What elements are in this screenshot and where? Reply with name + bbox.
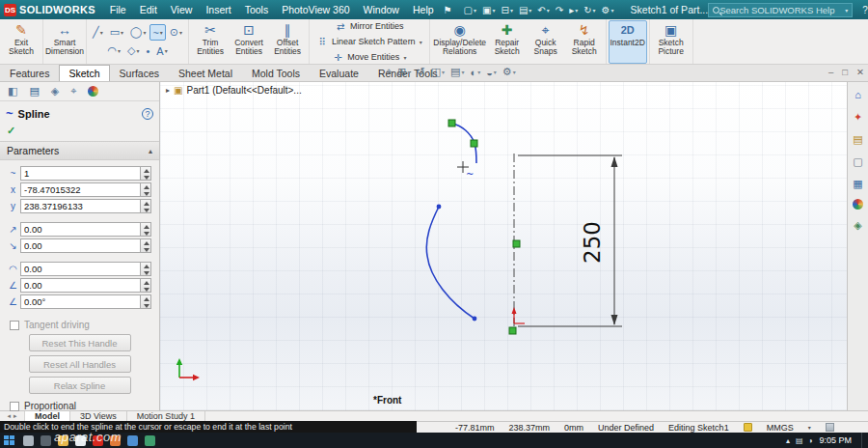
rapid-sketch-button[interactable]: ↯ Rapid Sketch xyxy=(565,20,604,64)
convert-entities-button[interactable]: ⊡ Convert Entities xyxy=(230,20,268,64)
displaymanager-tab-icon[interactable] xyxy=(88,86,98,97)
tab-sheet-metal[interactable]: Sheet Metal xyxy=(169,65,242,81)
menu-window[interactable]: Window xyxy=(357,4,406,15)
tangent-driving-checkbox[interactable] xyxy=(10,321,19,330)
tab-evaluate[interactable]: Evaluate xyxy=(310,65,368,81)
new-document-button[interactable]: ▢▾ xyxy=(461,5,479,15)
custom-properties-icon[interactable]: ◈ xyxy=(851,218,865,232)
show-desktop-button[interactable] xyxy=(861,433,864,448)
taskbar-app-icon[interactable] xyxy=(110,435,121,446)
menu-edit[interactable]: Edit xyxy=(133,4,164,15)
tab-motion-study-1[interactable]: Motion Study 1 xyxy=(127,411,205,421)
tangent-polar-direction-input[interactable] xyxy=(20,278,140,293)
pin-menu-icon[interactable]: ⚑ xyxy=(441,5,455,15)
x-coordinate-input[interactable] xyxy=(20,182,140,197)
design-library-icon[interactable]: ▤ xyxy=(851,132,865,146)
tab-surfaces[interactable]: Surfaces xyxy=(110,65,169,81)
repair-sketch-button[interactable]: ✚ Repair Sketch xyxy=(488,20,527,64)
quick-snaps-button[interactable]: ⌖ Quick Snaps xyxy=(527,20,565,64)
polygon-tool-button[interactable]: ◇▾ xyxy=(124,42,142,59)
menu-insert[interactable]: Insert xyxy=(199,4,237,15)
view-palette-icon[interactable]: ▦ xyxy=(851,177,865,190)
dimxpertmanager-tab-icon[interactable]: ⌖ xyxy=(70,85,76,98)
view-orientation-button[interactable]: ▤▾ xyxy=(450,66,464,78)
circle-tool-button[interactable]: ◯▾ xyxy=(127,24,149,41)
section-view-button[interactable]: ◫▾ xyxy=(431,66,445,78)
point-tool-button[interactable]: • xyxy=(143,42,152,59)
panel-help-icon[interactable]: ? xyxy=(142,108,153,120)
ok-check-icon[interactable]: ✓ xyxy=(7,125,15,136)
relation-marker[interactable] xyxy=(471,140,477,147)
exit-sketch-button[interactable]: ✎ Exit Sketch xyxy=(2,20,41,64)
previous-view-button[interactable]: ↺ xyxy=(416,66,424,78)
configurationmanager-tab-icon[interactable]: ◈ xyxy=(51,85,59,98)
arc-tool-button[interactable]: ◠▾ xyxy=(104,42,123,59)
rectangle-tool-button[interactable]: ▭▾ xyxy=(107,24,126,41)
tangent-weighting-1-input[interactable] xyxy=(20,222,140,237)
taskbar-task-view-icon[interactable] xyxy=(41,435,51,446)
taskbar-app-icon[interactable] xyxy=(145,435,155,446)
tangent-weighting-1-spinner[interactable] xyxy=(140,222,151,237)
instant2d-button[interactable]: 2D Instant2D xyxy=(609,20,647,64)
tab-sketch[interactable]: Sketch xyxy=(59,65,109,81)
tab-mold-tools[interactable]: Mold Tools xyxy=(242,65,310,81)
home-tab-icon[interactable]: ⌂ xyxy=(851,88,865,101)
taskbar-search-icon[interactable] xyxy=(23,435,34,446)
relation-marker[interactable] xyxy=(448,120,455,126)
help-search-input[interactable] xyxy=(719,5,845,15)
tangent-angle-input[interactable] xyxy=(20,294,140,309)
doc-minimize-button[interactable]: – xyxy=(828,67,833,77)
rebuild-button[interactable]: ↻▾ xyxy=(581,5,598,15)
sketch-picture-button[interactable]: ▣ Sketch Picture xyxy=(652,20,691,64)
linear-sketch-pattern-button[interactable]: ⠿ Linear Sketch Pattern ▾ xyxy=(313,35,425,49)
text-tool-button[interactable]: A▾ xyxy=(153,42,170,59)
relation-marker[interactable] xyxy=(513,240,520,247)
tab-3d-views[interactable]: 3D Views xyxy=(70,411,127,421)
propertymanager-tab-icon[interactable]: ▤ xyxy=(29,85,39,98)
trim-entities-button[interactable]: ✂ Trim Entities xyxy=(191,20,230,64)
tangent-radial-direction-spinner[interactable] xyxy=(140,262,151,276)
spline-point-number-input[interactable] xyxy=(20,166,140,181)
caret-down-icon[interactable]: ▾ xyxy=(845,7,848,14)
tags-icon[interactable] xyxy=(826,423,834,432)
volume-icon[interactable]: ◗ xyxy=(809,436,814,445)
start-button[interactable] xyxy=(4,435,16,446)
tangent-radial-direction-input[interactable] xyxy=(20,262,140,276)
spline-endpoint[interactable] xyxy=(437,205,442,210)
zoom-fit-button[interactable]: ⌖ xyxy=(386,66,392,78)
redo-button[interactable]: ↷ xyxy=(553,5,566,15)
undo-button[interactable]: ↶▾ xyxy=(534,5,552,15)
line-tool-button[interactable]: ╱▾ xyxy=(90,24,106,41)
file-explorer-icon[interactable]: ▢ xyxy=(851,154,865,168)
menu-view[interactable]: View xyxy=(164,4,200,15)
smart-dimension-button[interactable]: ↔ Smart Dimension xyxy=(45,20,84,64)
relax-spline-button[interactable]: Relax Spline xyxy=(29,377,131,394)
help-search-box[interactable]: ▾ xyxy=(708,3,853,17)
select-button[interactable]: ▸▾ xyxy=(566,5,581,15)
dimension-value-label[interactable]: 250 xyxy=(580,221,605,264)
reset-this-handle-button[interactable]: Reset This Handle xyxy=(29,334,131,351)
tangent-weighting-2-spinner[interactable] xyxy=(140,238,151,253)
menu-file[interactable]: File xyxy=(103,4,133,15)
help-button[interactable]: ? xyxy=(862,5,868,15)
view-settings-button[interactable]: ⚙▾ xyxy=(502,66,516,78)
doc-restore-button[interactable]: □ xyxy=(842,67,848,77)
save-button[interactable]: ⊟▾ xyxy=(498,5,515,15)
menu-help[interactable]: Help xyxy=(406,4,441,15)
graphics-area[interactable]: ▸ ▣ Part1 (Default<<Default>... 250 xyxy=(160,82,847,410)
taskbar-file-explorer-icon[interactable] xyxy=(58,435,68,446)
tray-expand-icon[interactable]: ▴ xyxy=(786,436,790,445)
tangent-angle-spinner[interactable] xyxy=(140,294,151,309)
open-document-button[interactable]: ▣▾ xyxy=(479,5,498,15)
appearances-icon[interactable] xyxy=(853,199,863,210)
y-coordinate-input[interactable] xyxy=(20,199,140,213)
spline-tool-button[interactable]: ~▾ xyxy=(149,24,165,41)
editing-status[interactable]: Editing Sketch1 xyxy=(668,423,729,433)
proportional-checkbox[interactable] xyxy=(10,402,19,411)
units-selector[interactable]: MMGS xyxy=(767,423,794,433)
zoom-area-button[interactable]: ⊞▾ xyxy=(397,66,410,78)
taskbar-solidworks-icon[interactable] xyxy=(93,435,103,446)
taskbar-app-icon[interactable] xyxy=(127,435,138,446)
tangent-weighting-2-input[interactable] xyxy=(20,238,140,253)
units-caret-icon[interactable]: ▾ xyxy=(808,424,811,431)
